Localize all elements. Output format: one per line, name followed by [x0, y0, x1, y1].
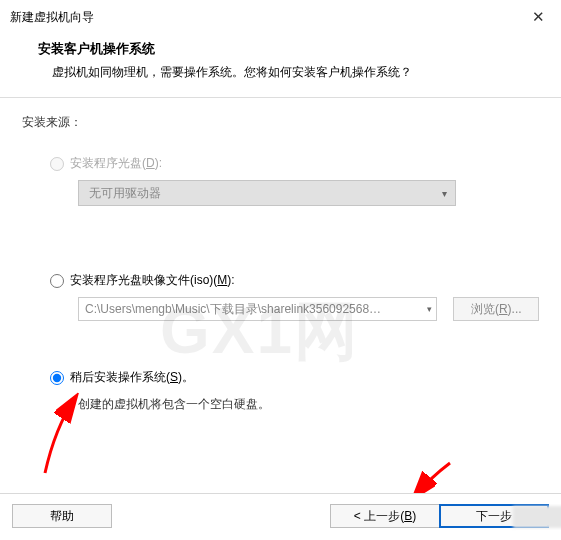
drive-dropdown-value: 无可用驱动器	[89, 185, 161, 202]
wizard-footer: 帮助 < 上一步(B) 下一步	[0, 493, 561, 540]
radio-iso[interactable]: 安装程序光盘映像文件(iso)(M):	[50, 272, 539, 289]
chevron-down-icon: ▾	[427, 304, 432, 314]
blur-smudge	[513, 506, 561, 528]
browse-button[interactable]: 浏览(R)...	[453, 297, 539, 321]
close-icon[interactable]: ✕	[526, 6, 551, 28]
next-button[interactable]: 下一步	[439, 504, 549, 528]
drive-dropdown[interactable]: 无可用驱动器 ▾	[78, 180, 456, 206]
window-title: 新建虚拟机向导	[10, 9, 94, 26]
radio-installer-disc-label: 安装程序光盘(D):	[70, 155, 162, 172]
wizard-header: 安装客户机操作系统 虚拟机如同物理机，需要操作系统。您将如何安装客户机操作系统？	[0, 32, 561, 97]
back-button[interactable]: < 上一步(B)	[330, 504, 440, 528]
page-subtitle: 虚拟机如同物理机，需要操作系统。您将如何安装客户机操作系统？	[52, 64, 531, 81]
radio-install-later-label: 稍后安装操作系统(S)。	[70, 369, 194, 386]
radio-installer-disc-input[interactable]	[50, 157, 64, 171]
chevron-down-icon: ▾	[442, 188, 447, 199]
iso-path-input[interactable]: C:\Users\mengb\Music\下载目录\sharelink35609…	[78, 297, 437, 321]
radio-iso-input[interactable]	[50, 274, 64, 288]
radio-install-later-input[interactable]	[50, 371, 64, 385]
radio-installer-disc[interactable]: 安装程序光盘(D):	[50, 155, 539, 172]
help-button[interactable]: 帮助	[12, 504, 112, 528]
page-title: 安装客户机操作系统	[38, 40, 531, 58]
radio-iso-label: 安装程序光盘映像文件(iso)(M):	[70, 272, 235, 289]
radio-install-later[interactable]: 稍后安装操作系统(S)。	[50, 369, 539, 386]
install-later-note: 创建的虚拟机将包含一个空白硬盘。	[78, 396, 539, 413]
source-label: 安装来源：	[22, 114, 539, 131]
iso-path-value: C:\Users\mengb\Music\下载目录\sharelink35609…	[85, 301, 381, 318]
